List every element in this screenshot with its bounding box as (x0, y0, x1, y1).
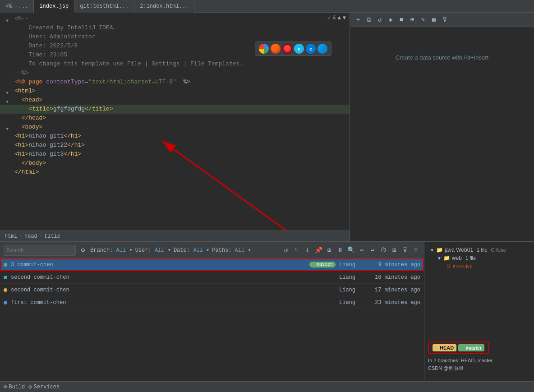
ie-icon[interactable]: e (294, 44, 304, 54)
services-status-item[interactable]: ◎ Services (28, 383, 60, 390)
expand-root-icon[interactable]: ▼ (430, 248, 434, 253)
git-right-panel: ▼ 📁 java Web01 1 file C:\Use ▼ 📁 web 1 f… (424, 242, 534, 381)
add-btn[interactable]: + (354, 15, 363, 24)
tab-1-active[interactable]: index.jsp (34, 0, 74, 13)
line-14: <h1>nihao git1</h1> (0, 132, 350, 141)
tab-bar: <%--... index.jsp git:testhtml... 2:inde… (0, 0, 534, 13)
filter2-btn[interactable]: ⊽ (400, 246, 410, 255)
code-lines: ▼ <%-- Created by IntelliJ IDEA. User: A… (0, 13, 350, 179)
line-content-11: <title>gfgfdgfdg</title> (13, 105, 113, 114)
up-arrow-btn[interactable]: ▲ (338, 15, 341, 21)
schema-btn[interactable]: ◈ (386, 15, 395, 24)
master-badge-label: master (465, 345, 482, 350)
line-content-15: <h1>nihao git22</h1> (13, 141, 85, 150)
status-bar: ⚙ Build ◎ Services (0, 381, 534, 392)
git-search-input[interactable] (4, 245, 76, 256)
git-log-panel: ⚙ Branch: All ▾ User: All ▾ Date: All ▾ … (0, 242, 424, 381)
copy-btn[interactable]: ⧉ (364, 15, 373, 24)
right-toolbar: + ⧉ ↺ ◈ ■ ⊞ ✎ ▦ ⊽ (350, 13, 534, 27)
jsp-file-icon: 🗋 (446, 263, 451, 268)
line-18: </html> (0, 168, 350, 177)
line-content-7: --%> (13, 69, 28, 78)
root-file-count: 1 file (477, 247, 487, 253)
line-12: </head> (0, 114, 350, 123)
breadcrumb-sep-2: › (39, 233, 42, 240)
clock-btn[interactable]: ⏱ (379, 246, 388, 255)
commit-dot-1 (4, 276, 7, 279)
breadcrumb-bar: html › head › title (0, 231, 350, 241)
pin-btn[interactable]: 📌 (314, 246, 323, 255)
file-tree-web[interactable]: ▼ 📁 web 1 file (428, 254, 530, 262)
expand-web-icon[interactable]: ▼ (437, 256, 442, 261)
build-status-item[interactable]: ⚙ Build (4, 383, 25, 390)
line-content-18: </html> (13, 168, 39, 177)
commit-row-1[interactable]: second commit-chen Liang 16 minutes ago (0, 271, 424, 284)
file-tree: ▼ 📁 java Web01 1 file C:\Use ▼ 📁 web 1 f… (428, 246, 530, 269)
right-content-hint: Create a data source with Alt+Insert (350, 27, 534, 241)
stop-btn[interactable]: ■ (397, 15, 406, 24)
fold-arrow-1[interactable]: ▼ (6, 17, 10, 21)
table-btn[interactable]: ⊞ (408, 15, 417, 24)
user-filter[interactable]: User: All ▾ (135, 247, 171, 254)
paths-filter[interactable]: Paths: All ▾ (212, 247, 251, 254)
chrome-icon[interactable] (259, 44, 269, 54)
line-7: --%> (0, 69, 350, 78)
fold-arrow-9[interactable]: ▼ (6, 89, 10, 93)
date-filter[interactable]: Date: All ▾ (174, 247, 209, 254)
fold-arrow-10[interactable]: ▼ (6, 98, 10, 102)
file-label-index-jsp: index.jsp (453, 263, 472, 268)
fold-arrow-13[interactable]: ▼ (6, 125, 10, 129)
code-toolbar: ✓ 4 ▲ ▼ (327, 14, 346, 22)
git-commits: 3 commit-chen master Liang 9 minutes ago… (0, 258, 424, 381)
git-toolbar-icons: ↺ ⑂ ⤓ 📌 ⊞ ⏸ 🔍 ⇔ ↩ ⏱ ⊞ ⊽ ≡ (281, 246, 420, 255)
file-tree-index-jsp[interactable]: 🗋 index.jsp (428, 262, 530, 269)
fetch-btn[interactable]: ⤓ (303, 246, 312, 255)
pause-btn[interactable]: ⏸ (336, 246, 345, 255)
line-content-16: <h1>nihao git3</h1> (13, 150, 81, 159)
file-tree-root[interactable]: ▼ 📁 java Web01 1 file C:\Use (428, 246, 530, 254)
breadcrumb-head[interactable]: head (24, 233, 37, 240)
expand-btn[interactable]: ⇔ (357, 246, 366, 255)
line-2: Created by IntelliJ IDEA. (0, 23, 350, 32)
tab-2[interactable]: git:testhtml... (74, 0, 134, 13)
firefox-icon[interactable] (271, 44, 281, 54)
opera-icon[interactable] (282, 44, 292, 54)
code-area[interactable]: ✓ 4 ▲ ▼ e e (0, 13, 350, 231)
edit-btn[interactable]: ✎ (419, 15, 428, 24)
view-btn[interactable]: ▦ (429, 15, 438, 24)
tab-3[interactable]: 2:index.html... (134, 0, 194, 13)
right-panel: + ⧉ ↺ ◈ ■ ⊞ ✎ ▦ ⊽ Create a data source w… (350, 13, 534, 241)
breadcrumb-sep-1: › (19, 233, 23, 240)
line-3: User: Administrator (0, 32, 350, 42)
undo-btn[interactable]: ↩ (368, 246, 377, 255)
tab-0[interactable]: <%--... (0, 0, 34, 13)
commit-row-2[interactable]: second commit-chen Liang 17 minutes ago (0, 284, 424, 296)
branch-icon-btn[interactable]: ⑂ (292, 246, 301, 255)
bookmark-btn[interactable]: ⊞ (325, 246, 334, 255)
breadcrumb-html[interactable]: html (5, 233, 18, 240)
commit-tag-label: master (317, 262, 333, 267)
line-content-14: <h1>nihao git1</h1> (13, 132, 81, 141)
commit-message-3: first commit-chen (11, 300, 339, 306)
breadcrumb-title[interactable]: title (44, 233, 60, 240)
edge-old-icon[interactable]: e (306, 44, 316, 54)
grid-btn[interactable]: ⊞ (390, 246, 399, 255)
commit-row-3[interactable]: first commit-chen Liang 23 minutes ago (0, 296, 424, 309)
down-arrow-btn[interactable]: ▼ (343, 15, 346, 21)
branch-filter[interactable]: Branch: All ▾ (90, 247, 133, 254)
settings2-btn[interactable]: ≡ (411, 246, 420, 255)
search-btn[interactable]: 🔍 (346, 246, 355, 255)
commit-row-0[interactable]: 3 commit-chen master Liang 9 minutes ago (0, 258, 424, 271)
line-content-4: Date: 2022/5/8 (13, 42, 78, 51)
refresh-commits-btn[interactable]: ↺ (281, 246, 290, 255)
root-path: C:\Use (491, 247, 506, 253)
csdn-credit: CSDN @鱼雨羽 (428, 365, 530, 372)
commit-author-0: Liang (339, 262, 366, 268)
bottom-panel: ⚙ Branch: All ▾ User: All ▾ Date: All ▾ … (0, 241, 534, 381)
master-badge: master (458, 344, 484, 351)
refresh-btn[interactable]: ↺ (375, 15, 384, 24)
filter-btn[interactable]: ⊽ (440, 15, 449, 24)
git-settings-btn[interactable]: ⚙ (78, 246, 87, 255)
line-17: </body> (0, 159, 350, 168)
edge-new-icon[interactable] (318, 44, 327, 54)
